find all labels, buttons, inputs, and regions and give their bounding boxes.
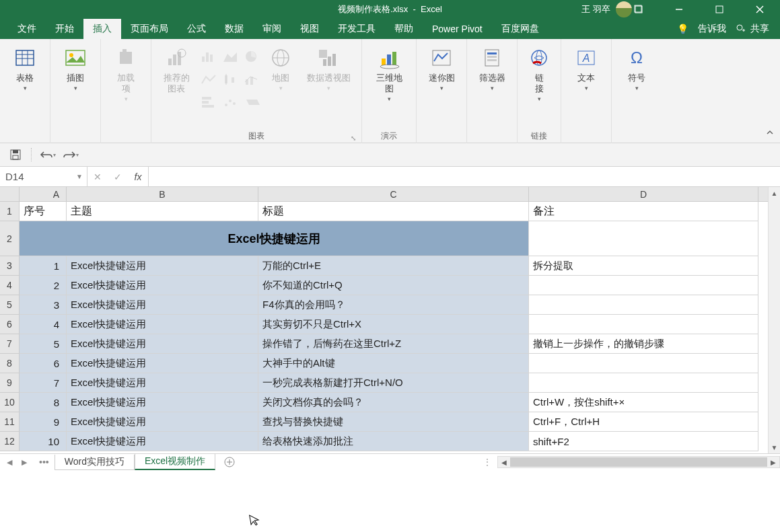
scroll-down-button[interactable]: ▼ [769,441,780,453]
chart-surface-button[interactable] [242,91,263,113]
row-header[interactable]: 6 [0,315,19,334]
tab-formula[interactable]: 公式 [178,19,215,39]
cell[interactable]: Excel快捷键运用 [67,393,258,412]
cell[interactable]: 6 [20,354,67,373]
cell[interactable]: Excel快捷键运用 [67,295,258,315]
cell[interactable]: 主题 [67,202,258,221]
cancel-formula-button[interactable]: ✕ [87,172,108,182]
tab-dev[interactable]: 开发工具 [328,19,385,39]
cell[interactable]: 标题 [258,202,529,221]
cell[interactable] [529,276,758,295]
recommended-charts-button[interactable]: 推荐的 图表 [154,43,199,120]
cell[interactable]: 操作错了，后悔药在这里Ctrl+Z [258,334,529,354]
cell[interactable]: Excel快捷键运用 [67,334,258,354]
cell[interactable]: 查找与替换快捷键 [258,412,529,432]
table-button[interactable]: 表格▾ [3,43,47,120]
enter-formula-button[interactable]: ✓ [108,172,128,182]
charts-launcher[interactable]: ⤡ [351,135,356,142]
row-header[interactable]: 11 [0,412,19,432]
row-header[interactable]: 7 [0,334,19,354]
tab-baidu[interactable]: 百度网盘 [492,19,548,39]
cell[interactable]: 9 [20,412,67,432]
pivotchart-button[interactable]: 数据透视图▾ [298,43,359,120]
cell[interactable]: 备注 [529,202,758,221]
chart-bar-button[interactable] [199,46,220,67]
scroll-right-button[interactable]: ▶ [767,459,779,466]
col-header[interactable]: A [20,187,67,201]
save-button[interactable] [5,146,26,163]
formula-input[interactable] [149,167,780,186]
chart-combo-button[interactable] [242,69,263,90]
cell[interactable] [529,315,758,334]
cell[interactable]: 一秒完成表格新建打开Ctrl+N/O [258,373,529,393]
chart-line-button[interactable] [199,69,220,90]
symbol-button[interactable]: Ω 符号▾ [614,43,659,120]
scroll-up-button[interactable]: ▲ [769,187,780,199]
cell[interactable]: 序号 [20,202,67,221]
undo-button[interactable]: ▾ [38,146,58,163]
cell[interactable]: Excel快捷键运用 [67,276,258,295]
chart-pie-button[interactable] [242,46,263,67]
row-header[interactable]: 2 [0,221,19,256]
row-header[interactable]: 1 [0,202,19,221]
col-header[interactable]: C [258,187,529,201]
illustration-button[interactable]: 插图▾ [53,43,98,120]
cell[interactable]: 8 [20,393,67,412]
cell[interactable]: Excel快捷键运用 [67,373,258,393]
cell[interactable]: 10 [20,432,67,451]
redo-button[interactable]: ▾ [61,146,81,163]
map-button[interactable]: 地图▾ [263,43,298,120]
chart-bar2-button[interactable] [199,91,220,113]
cell[interactable]: 5 [20,334,67,354]
row-header[interactable]: 4 [0,276,19,295]
tab-help[interactable]: 帮助 [385,19,423,39]
cell[interactable] [529,373,758,393]
cell[interactable]: 其实剪切不只是Ctrl+X [258,315,529,334]
tab-layout[interactable]: 页面布局 [121,19,178,39]
worksheet-grid[interactable]: A B C D 1 2 3 4 5 6 7 8 9 10 11 12 序号 主题… [0,187,780,453]
cell[interactable]: shift+F2 [529,432,758,451]
fx-button[interactable]: fx [128,172,148,182]
col-header[interactable]: D [529,187,758,201]
addin-button[interactable]: 加载 项▾ [104,43,148,120]
cell[interactable]: Excel快捷键运用 [67,354,258,373]
merged-title-cell[interactable]: Excel快捷键运用 [20,221,529,256]
map3d-button[interactable]: 三维地 图▾ [365,43,413,120]
scroll-left-button[interactable]: ◀ [498,459,510,466]
cell[interactable]: Ctrl+F，Ctrl+H [529,412,758,432]
select-all-corner[interactable] [0,187,20,202]
row-header[interactable]: 8 [0,354,19,373]
chart-area-button[interactable] [220,46,242,67]
sparkline-button[interactable]: 迷你图▾ [419,43,464,120]
cell[interactable] [529,354,758,373]
cell[interactable]: Excel快捷键运用 [67,315,258,334]
cell[interactable]: Ctrl+W，按住shift+× [529,393,758,412]
row-header[interactable]: 12 [0,432,19,451]
tab-home[interactable]: 开始 [46,19,83,39]
cell[interactable] [529,295,758,315]
row-header[interactable]: 5 [0,295,19,315]
cell[interactable]: 3 [20,295,67,315]
sheet-nav-next[interactable]: ▶ [22,458,27,467]
maximize-button[interactable] [699,0,740,19]
tellme-button[interactable]: 告诉我 [698,23,726,35]
cell[interactable]: Excel快捷键运用 [67,256,258,276]
row-header[interactable]: 9 [0,373,19,393]
minimize-button[interactable] [659,0,699,19]
cell[interactable]: 拆分提取 [529,256,758,276]
cell[interactable]: 大神手中的Alt键 [258,354,529,373]
cell[interactable]: Excel快捷键运用 [67,412,258,432]
ribbon-options-button[interactable] [618,0,659,19]
name-box[interactable]: D14▼ [0,167,87,186]
link-button[interactable]: 链 接▾ [520,43,558,120]
cell[interactable]: 你不知道的Ctrl+Q [258,276,529,295]
close-button[interactable] [740,0,780,19]
tab-data[interactable]: 数据 [215,19,253,39]
vertical-scrollbar[interactable]: ▲ ▼ [768,187,780,453]
sheet-tab-word[interactable]: Word实用技巧 [55,455,135,470]
cell[interactable]: 撤销上一步操作，的撤销步骤 [529,334,758,354]
tab-file[interactable]: 文件 [8,19,46,39]
add-sheet-button[interactable] [219,457,240,467]
cell[interactable]: 2 [20,276,67,295]
row-header[interactable]: 3 [0,256,19,276]
